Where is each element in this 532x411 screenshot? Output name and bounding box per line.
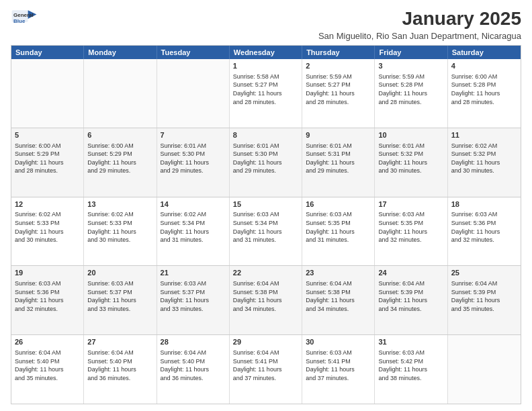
day-number: 14 — [161, 199, 226, 210]
calendar-row-4: 26Sunrise: 6:04 AMSunset: 5:40 PMDayligh… — [11, 334, 521, 404]
cell-line-2: Daylight: 11 hours — [451, 89, 517, 98]
calendar-cell-9: 9Sunrise: 6:01 AMSunset: 5:31 PMDaylight… — [302, 128, 375, 197]
cell-line-2: Daylight: 11 hours — [15, 296, 80, 305]
calendar-cell-20: 20Sunrise: 6:03 AMSunset: 5:37 PMDayligh… — [84, 266, 157, 334]
cell-line-2: Daylight: 11 hours — [15, 228, 80, 236]
calendar-cell-7: 7Sunrise: 6:01 AMSunset: 5:30 PMDaylight… — [157, 128, 230, 197]
day-number: 8 — [233, 130, 298, 140]
cell-content: Sunrise: 6:01 AMSunset: 5:31 PMDaylight:… — [306, 142, 371, 175]
cell-line-2: Daylight: 11 hours — [87, 158, 152, 167]
calendar-cell-11: 11Sunrise: 6:02 AMSunset: 5:32 PMDayligh… — [448, 128, 521, 197]
calendar-cell-30: 30Sunrise: 6:03 AMSunset: 5:41 PMDayligh… — [302, 335, 375, 404]
cell-content: Sunrise: 6:03 AMSunset: 5:42 PMDaylight:… — [378, 349, 443, 382]
day-number: 9 — [306, 130, 371, 140]
cell-line-3: and 33 minutes. — [87, 305, 152, 314]
cell-line-3: and 30 minutes. — [15, 236, 80, 244]
calendar-body: 1Sunrise: 5:58 AMSunset: 5:27 PMDaylight… — [11, 59, 521, 404]
cell-line-0: Sunrise: 6:02 AM — [161, 210, 226, 219]
day-number: 28 — [161, 337, 226, 347]
calendar-cell-6: 6Sunrise: 6:00 AMSunset: 5:29 PMDaylight… — [84, 128, 157, 197]
cell-line-2: Daylight: 11 hours — [378, 158, 443, 167]
cell-line-1: Sunset: 5:39 PM — [451, 288, 517, 297]
cell-line-0: Sunrise: 5:59 AM — [378, 73, 443, 81]
cell-line-1: Sunset: 5:30 PM — [233, 150, 298, 158]
calendar-row-2: 12Sunrise: 6:02 AMSunset: 5:33 PMDayligh… — [11, 197, 521, 266]
cell-line-2: Daylight: 11 hours — [161, 228, 226, 236]
page: GeneralBlue January 2025 San Miguelito, … — [0, 0, 532, 411]
calendar-row-0: 1Sunrise: 5:58 AMSunset: 5:27 PMDaylight… — [11, 59, 521, 128]
cell-line-3: and 34 minutes. — [233, 305, 298, 314]
cell-content: Sunrise: 6:03 AMSunset: 5:37 PMDaylight:… — [87, 279, 152, 313]
calendar-cell-22: 22Sunrise: 6:04 AMSunset: 5:38 PMDayligh… — [230, 266, 302, 334]
header-day-wednesday: Wednesday — [230, 46, 302, 59]
day-number: 20 — [87, 268, 152, 278]
cell-line-2: Daylight: 11 hours — [87, 228, 152, 236]
cell-line-0: Sunrise: 6:03 AM — [15, 279, 80, 288]
cell-line-0: Sunrise: 6:02 AM — [87, 210, 152, 219]
cell-line-2: Daylight: 11 hours — [378, 228, 443, 236]
cell-line-3: and 38 minutes. — [378, 374, 443, 383]
cell-content: Sunrise: 5:58 AMSunset: 5:27 PMDaylight:… — [233, 73, 298, 106]
cell-content: Sunrise: 6:00 AMSunset: 5:28 PMDaylight:… — [451, 73, 517, 106]
cell-line-3: and 29 minutes. — [306, 167, 371, 175]
day-number: 12 — [15, 199, 80, 210]
cell-line-0: Sunrise: 6:04 AM — [87, 349, 152, 357]
cell-content: Sunrise: 6:04 AMSunset: 5:40 PMDaylight:… — [15, 349, 80, 382]
title-block: January 2025 San Miguelito, Rio San Juan… — [318, 8, 521, 41]
cell-line-2: Daylight: 11 hours — [161, 365, 226, 374]
cell-line-2: Daylight: 11 hours — [378, 365, 443, 374]
subtitle: San Miguelito, Rio San Juan Department, … — [318, 31, 521, 41]
cell-content: Sunrise: 6:04 AMSunset: 5:39 PMDaylight:… — [451, 279, 517, 313]
day-number: 6 — [87, 130, 152, 140]
cell-line-3: and 32 minutes. — [451, 236, 517, 244]
cell-line-3: and 29 minutes. — [233, 167, 298, 175]
calendar-cell-15: 15Sunrise: 6:03 AMSunset: 5:34 PMDayligh… — [230, 197, 302, 266]
calendar-cell-10: 10Sunrise: 6:01 AMSunset: 5:32 PMDayligh… — [375, 128, 447, 197]
cell-line-2: Daylight: 11 hours — [15, 365, 80, 374]
logo-icon: GeneralBlue — [11, 8, 38, 35]
cell-line-1: Sunset: 5:35 PM — [378, 219, 443, 228]
calendar-cell-21: 21Sunrise: 6:03 AMSunset: 5:37 PMDayligh… — [157, 266, 230, 334]
cell-line-3: and 37 minutes. — [233, 374, 298, 383]
cell-content: Sunrise: 6:04 AMSunset: 5:38 PMDaylight:… — [306, 279, 371, 313]
cell-content: Sunrise: 6:02 AMSunset: 5:33 PMDaylight:… — [87, 210, 152, 244]
cell-line-3: and 36 minutes. — [161, 374, 226, 383]
day-number: 1 — [233, 61, 298, 71]
cell-line-1: Sunset: 5:36 PM — [451, 219, 517, 228]
calendar-cell-12: 12Sunrise: 6:02 AMSunset: 5:33 PMDayligh… — [11, 197, 84, 266]
day-number: 15 — [233, 199, 298, 210]
calendar-row-3: 19Sunrise: 6:03 AMSunset: 5:36 PMDayligh… — [11, 265, 521, 334]
day-number: 24 — [378, 268, 443, 278]
cell-line-3: and 35 minutes. — [451, 305, 517, 314]
cell-line-0: Sunrise: 6:04 AM — [306, 279, 371, 288]
day-number: 11 — [451, 130, 517, 140]
cell-line-0: Sunrise: 6:01 AM — [306, 142, 371, 150]
calendar-cell-empty-0-2 — [157, 59, 230, 128]
cell-line-1: Sunset: 5:42 PM — [378, 357, 443, 366]
cell-line-3: and 34 minutes. — [378, 305, 443, 314]
cell-content: Sunrise: 6:00 AMSunset: 5:29 PMDaylight:… — [87, 142, 152, 175]
cell-line-3: and 34 minutes. — [306, 305, 371, 314]
cell-line-3: and 35 minutes. — [15, 374, 80, 383]
cell-line-1: Sunset: 5:39 PM — [378, 288, 443, 297]
calendar-cell-29: 29Sunrise: 6:04 AMSunset: 5:41 PMDayligh… — [230, 335, 302, 404]
header-day-saturday: Saturday — [448, 46, 521, 59]
cell-line-2: Daylight: 11 hours — [306, 296, 371, 305]
cell-line-2: Daylight: 11 hours — [15, 158, 80, 167]
day-number: 23 — [306, 268, 371, 278]
cell-line-2: Daylight: 11 hours — [378, 296, 443, 305]
calendar-cell-24: 24Sunrise: 6:04 AMSunset: 5:39 PMDayligh… — [375, 266, 447, 334]
cell-line-3: and 30 minutes. — [378, 167, 443, 175]
cell-content: Sunrise: 6:04 AMSunset: 5:40 PMDaylight:… — [161, 349, 226, 382]
cell-line-3: and 31 minutes. — [161, 236, 226, 244]
day-number: 13 — [87, 199, 152, 210]
cell-line-2: Daylight: 11 hours — [233, 158, 298, 167]
cell-line-2: Daylight: 11 hours — [87, 365, 152, 374]
calendar-cell-18: 18Sunrise: 6:03 AMSunset: 5:36 PMDayligh… — [448, 197, 521, 266]
header-day-friday: Friday — [375, 46, 447, 59]
cell-line-2: Daylight: 11 hours — [378, 89, 443, 98]
cell-line-1: Sunset: 5:40 PM — [161, 357, 226, 366]
cell-line-2: Daylight: 11 hours — [451, 158, 517, 167]
cell-line-1: Sunset: 5:28 PM — [451, 81, 517, 89]
cell-content: Sunrise: 6:03 AMSunset: 5:41 PMDaylight:… — [306, 349, 371, 382]
